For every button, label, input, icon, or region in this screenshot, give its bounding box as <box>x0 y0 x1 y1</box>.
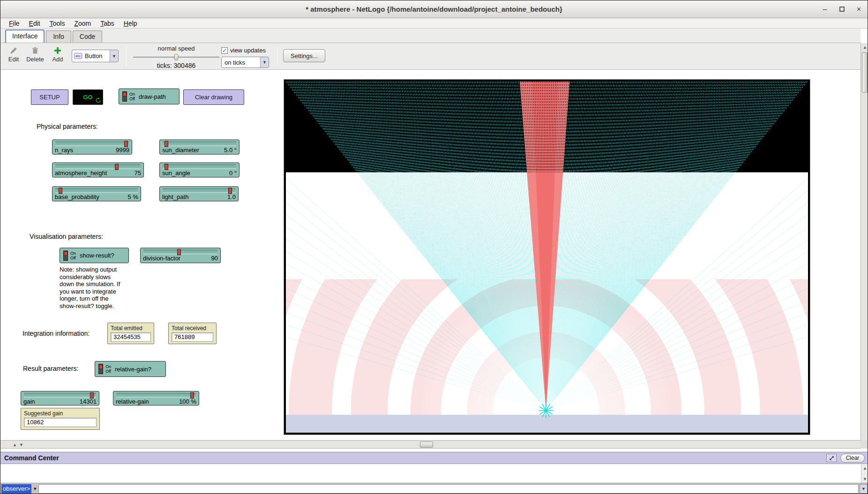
relative-gain-toggle[interactable]: On Off relative-gain? <box>95 361 166 377</box>
pencil-icon <box>9 46 18 55</box>
scroll-down-icon[interactable]: ▼ <box>19 441 23 449</box>
clear-command-center-button[interactable]: Clear <box>840 454 865 463</box>
monitor-label: Suggested gain <box>24 410 97 417</box>
scroll-up-icon[interactable]: ▲ <box>863 465 867 472</box>
tab-interface[interactable]: Interface <box>5 29 45 43</box>
vertical-scroll-thumb[interactable] <box>862 52 868 93</box>
slider-handle[interactable] <box>228 188 232 194</box>
slider-label: light_path <box>162 193 188 200</box>
toggle-off-label: Off <box>129 96 135 101</box>
menu-bar: File Edit Tools Zoom Tabs Help <box>0 18 868 29</box>
widget-type-value: Button <box>82 52 105 59</box>
toolbar-separator <box>277 46 277 66</box>
output-scrollbar[interactable]: ▲ ▼ <box>861 465 868 483</box>
chevron-down-icon: ▼ <box>110 50 118 62</box>
speed-control: normal speed ticks: 300486 <box>133 45 219 69</box>
command-input[interactable] <box>38 484 859 494</box>
chevron-down-icon: ▼ <box>260 57 269 67</box>
slider-handle[interactable] <box>165 164 168 170</box>
edit-tool-button[interactable]: Edit <box>3 46 24 63</box>
window-controls: – × <box>823 0 861 18</box>
command-prompt-row: observer> ▼ ▼ <box>0 483 868 494</box>
menu-help[interactable]: Help <box>120 19 141 28</box>
prompt-context-chevron-icon[interactable]: ▼ <box>33 487 37 491</box>
edit-tool-label: Edit <box>8 56 19 63</box>
slider-handle[interactable] <box>124 141 128 147</box>
clear-drawing-button[interactable]: Clear drawing <box>183 89 244 105</box>
view-updates-control: ✓ view updates <box>221 47 266 54</box>
slider-handle[interactable] <box>190 392 194 398</box>
update-mode-dropdown[interactable]: on ticks ▼ <box>221 57 269 68</box>
atmosphere-height-slider[interactable]: atmosphere_height 75 <box>52 162 144 177</box>
scroll-down-icon[interactable]: ▼ <box>863 475 867 483</box>
speed-slider-thumb[interactable] <box>174 54 179 60</box>
maximize-icon[interactable] <box>839 7 845 12</box>
menu-file[interactable]: File <box>5 19 23 28</box>
widget-type-dropdown[interactable]: abc Button ▼ <box>72 50 119 62</box>
scrollbar-corner <box>861 440 868 449</box>
scroll-up-icon[interactable]: ▲ <box>13 441 17 449</box>
base-probability-slider[interactable]: base_probability 5 % <box>52 186 141 201</box>
go-button[interactable]: GO <box>73 89 103 105</box>
integration-information-header: Integration information: <box>22 330 90 337</box>
update-mode-value: on ticks <box>222 59 248 66</box>
monitor-value: 10862 <box>24 418 97 427</box>
light-path-slider[interactable]: light_path 1.0 <box>159 186 239 201</box>
command-center-title: Command Center <box>4 454 59 462</box>
tab-code[interactable]: Code <box>73 30 102 43</box>
toggle-switch-icon <box>63 251 68 261</box>
go-button-label: GO <box>83 94 92 101</box>
menu-edit[interactable]: Edit <box>25 19 44 28</box>
slider-handle[interactable] <box>165 141 168 147</box>
sun-angle-slider[interactable]: sun_angle 0 ° <box>159 162 239 177</box>
slider-label: base_probability <box>55 193 99 200</box>
slider-handle[interactable] <box>177 249 181 255</box>
clear-drawing-label: Clear drawing <box>195 94 232 101</box>
vertical-scrollbar[interactable]: ▲ ▼ <box>861 43 868 449</box>
tab-info[interactable]: Info <box>46 30 71 43</box>
delete-tool-button[interactable]: Delete <box>25 46 45 63</box>
setup-button[interactable]: SETUP <box>31 89 68 105</box>
ticks-counter: ticks: 300486 <box>133 62 219 69</box>
relative-gain-slider[interactable]: relative-gain 100 % <box>113 391 199 406</box>
slider-handle[interactable] <box>90 392 94 398</box>
sun-diameter-slider[interactable]: sun_diameter 5.0 ° <box>159 140 239 155</box>
horizontal-scrollbar[interactable]: ▲ ▼ <box>0 440 861 449</box>
world-view-border <box>284 80 810 435</box>
add-widget-button[interactable]: Add <box>47 46 68 63</box>
slider-value: 5.0 ° <box>224 147 237 154</box>
world-view-frame <box>284 79 810 435</box>
division-factor-slider[interactable]: division-factor 90 <box>140 248 221 263</box>
slider-handle[interactable] <box>59 188 62 194</box>
command-history-chevron-icon[interactable]: ▼ <box>860 484 868 494</box>
toolbar-separator <box>126 46 127 66</box>
horizontal-scroll-thumb[interactable] <box>420 442 433 448</box>
window-title: * atmosphere - NetLogo {/home/antoine/do… <box>306 5 562 13</box>
menu-zoom[interactable]: Zoom <box>70 19 95 28</box>
interface-toolbar: Edit Delete Add abc Button ▼ normal spee… <box>0 43 861 70</box>
settings-button[interactable]: Settings... <box>283 49 325 62</box>
title-bar[interactable]: * atmosphere - NetLogo {/home/antoine/do… <box>0 0 868 18</box>
n-rays-slider[interactable]: n_rays 9999 <box>52 140 132 155</box>
draw-path-toggle[interactable]: On Off draw-path <box>119 88 180 104</box>
close-icon[interactable]: × <box>857 6 861 13</box>
command-center-output[interactable]: ▲ ▼ <box>0 464 868 483</box>
toggle-switch-icon <box>98 364 103 374</box>
scroll-up-icon[interactable]: ▲ <box>863 44 867 51</box>
expand-command-center-button[interactable] <box>826 454 837 462</box>
gain-slider[interactable]: gain 14301 <box>21 391 99 406</box>
view-updates-checkbox[interactable]: ✓ <box>221 47 228 54</box>
relative-gain-toggle-label: relative-gain? <box>115 366 151 373</box>
world-view-canvas[interactable] <box>286 81 808 433</box>
show-result-toggle[interactable]: On Off show-result? <box>60 248 129 263</box>
menu-tools[interactable]: Tools <box>46 19 69 28</box>
slider-label: atmosphere_height <box>55 170 107 177</box>
slider-handle[interactable] <box>115 164 119 170</box>
command-center-header[interactable]: Command Center Clear <box>0 452 868 464</box>
menu-tabs[interactable]: Tabs <box>97 19 118 28</box>
clear-button-label: Clear <box>846 455 860 461</box>
observer-prompt[interactable]: observer> <box>1 484 31 494</box>
toggle-on-label: On <box>70 251 76 256</box>
speed-slider[interactable] <box>133 53 219 61</box>
minimize-icon[interactable]: – <box>823 6 827 13</box>
